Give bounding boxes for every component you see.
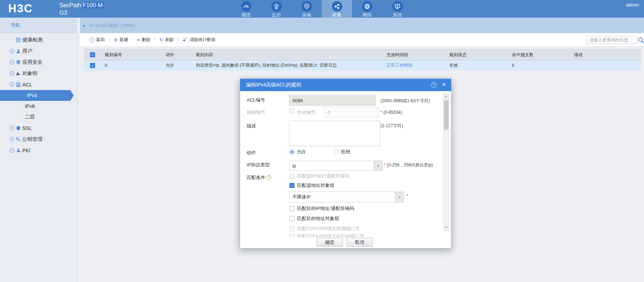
edit-acl-rule-dialog: 编辑IPv4高级ACL的规则 ? × ACL编号 (3000-3999或1-63… (240, 79, 451, 249)
nav-tab-objects[interactable]: 对象 (322, 0, 352, 18)
dialog-help-icon[interactable]: ? (431, 82, 437, 88)
sidebar-nav: 健康检测 » 用户 » 应用安全 » 对象组 » ACL · IPv4 · IP (0, 33, 77, 282)
action-deny-option[interactable]: 拒绝 (334, 149, 350, 155)
toolbar: ‹ 返回 ⊕ 新建 × 删除 ↻ 刷新 清除统计数据 (80, 33, 644, 47)
table-row[interactable]: ✓ 0 允许 协议类型=ip, 源对象组:(不限速IP), 目的地址:(DstA… (84, 61, 641, 71)
match-help-icon[interactable]: ? (266, 175, 271, 180)
chevron-right-icon: » (10, 49, 14, 53)
column-header-hit-count: 命中报文数 (512, 52, 574, 58)
sidebar-item-label: PKI (22, 148, 31, 153)
main-nav: 概览 监控 策略 对象 (231, 0, 413, 18)
match-src-group-option[interactable]: ✓ 匹配源地址对象组 (289, 183, 334, 188)
refresh-icon: ↻ (159, 37, 163, 42)
chevron-right-icon: » (10, 137, 14, 142)
acl-rules-table: ✓ 规则编号 动作 规则内容 生效时间段 规则状态 命中报文数 描述 ✓ 0 允… (84, 49, 641, 71)
clear-statistics-label: 清除统计数据 (189, 37, 215, 43)
back-button[interactable]: ‹ 返回 (89, 37, 105, 43)
sidebar-item-app-security[interactable]: » 应用安全 (0, 57, 77, 68)
sidebar-item-public-key[interactable]: » 公钥管理 (0, 134, 77, 145)
nav-tab-system[interactable]: 系统 (382, 0, 413, 18)
search-icon[interactable] (638, 37, 644, 44)
clear-statistics-button[interactable]: 清除统计数据 (183, 37, 215, 43)
match-dst-group-option[interactable]: 匹配目的地址对象组 (289, 216, 339, 221)
select-all-checkbox[interactable]: ✓ (90, 52, 95, 57)
allow-radio[interactable] (289, 149, 294, 155)
auto-number-checkbox (289, 108, 294, 113)
sidebar-collapse-icon[interactable]: ◀ (82, 24, 85, 27)
match-tcp-src-port-checkbox (289, 226, 294, 231)
chevron-down-icon[interactable]: ▾ (374, 161, 383, 171)
row-checkbox[interactable]: ✓ (90, 63, 95, 68)
cancel-button[interactable]: 取消 (346, 238, 373, 247)
product-prefix: SecPath (59, 2, 83, 8)
scrollbar-thumb[interactable] (444, 100, 449, 130)
sidebar-item-ipv6[interactable]: · IPv6 (0, 101, 77, 112)
delete-x-icon: × (137, 37, 140, 42)
protocol-combobox[interactable]: ip ▾ (289, 161, 383, 171)
source-group-value[interactable]: 不限速IP (289, 192, 395, 202)
nav-tab-monitor[interactable]: 监控 (261, 0, 292, 18)
sidebar-item-pki[interactable]: » PKI (0, 145, 77, 156)
match-dst-ip-option[interactable]: 匹配目的IP地址/通配符掩码 (289, 206, 354, 211)
required-asterisk: * (380, 110, 382, 115)
sidebar-item-object-group[interactable]: » 对象组 (0, 68, 77, 79)
chevron-down-icon: » (10, 82, 14, 87)
cell-content: 协议类型=ip, 源对象组:(不限速IP), 目的地址:(DstAny), 匹配… (196, 62, 387, 68)
description-textarea[interactable] (289, 121, 380, 146)
chevron-right-icon: » (10, 71, 14, 76)
sidebar-item-label: 二层 (25, 114, 35, 120)
cell-status: 生效 (449, 62, 512, 68)
sidebar-item-health-check[interactable]: 健康检测 (0, 34, 77, 45)
h3c-logo: H3C (8, 2, 33, 15)
cell-time-range-link[interactable]: 正常工作时间 (387, 63, 413, 68)
action-allow-option[interactable]: 允许 (289, 149, 306, 155)
chevron-down-icon[interactable]: ▾ (395, 192, 404, 202)
toolbar-divider (178, 37, 178, 42)
objects-share-icon (332, 1, 342, 12)
scroll-down-icon[interactable]: ▼ (443, 225, 449, 230)
current-user[interactable]: admin (626, 2, 639, 8)
column-header-content: 规则内容 (196, 52, 387, 58)
product-model-line2: G3 (59, 10, 67, 16)
delete-label: 删除 (142, 37, 150, 43)
user-icon (15, 48, 21, 54)
toolbar-divider (132, 37, 133, 42)
ok-button[interactable]: 确定 (316, 238, 343, 247)
match-src-group-checkbox[interactable]: ✓ (289, 183, 294, 188)
band-gap (77, 18, 80, 33)
match-dst-group-checkbox[interactable] (289, 216, 294, 221)
protocol-value[interactable]: ip (289, 161, 374, 171)
new-button[interactable]: ⊕ 新建 (114, 37, 128, 43)
scroll-up-icon[interactable]: ▲ (443, 94, 449, 99)
sidebar-item-users[interactable]: » 用户 (0, 45, 77, 57)
deny-radio[interactable] (334, 149, 339, 155)
breadcrumb: IPv4 ACL规则（3099） (89, 22, 138, 29)
column-header-time-range: 生效时间段 (387, 52, 449, 58)
bullet-icon: · (21, 103, 23, 109)
sidebar-item-label: 用户 (22, 48, 32, 54)
nav-tab-network[interactable]: 网络 (352, 0, 382, 18)
source-group-combobox[interactable]: 不限速IP ▾ (289, 192, 404, 202)
sidebar-item-ssl[interactable]: » SSL (0, 122, 77, 134)
sidebar-item-label: 对象组 (22, 70, 37, 77)
nav-tab-policy[interactable]: 策略 (292, 0, 322, 18)
search-input[interactable] (587, 36, 637, 44)
toolbar-divider (155, 37, 155, 42)
sidebar-item-ipv4[interactable]: · IPv4 (0, 90, 70, 101)
match-dst-ip-checkbox[interactable] (289, 206, 294, 211)
nav-tab-overview[interactable]: 概览 (231, 0, 261, 18)
acl-number-input (289, 95, 375, 106)
refresh-button[interactable]: ↻ 刷新 (159, 37, 174, 43)
sidebar-item-layer2[interactable]: · 二层 (0, 112, 77, 122)
back-icon: ‹ (89, 37, 94, 42)
product-title: SecPath F100-M-G3 (59, 1, 104, 17)
dialog-scrollbar[interactable]: ▲ ▼ (443, 93, 449, 231)
chevron-right-icon: » (10, 60, 14, 64)
sidebar-item-acl[interactable]: » ACL (0, 79, 77, 90)
plus-circle-icon: ⊕ (114, 37, 118, 42)
close-icon[interactable]: × (442, 81, 446, 89)
policy-shield-icon (302, 1, 312, 12)
rule-number-hint: (0-65534) (383, 110, 402, 115)
sidebar-item-label: 应用安全 (22, 59, 42, 66)
delete-button[interactable]: × 删除 (137, 37, 150, 43)
